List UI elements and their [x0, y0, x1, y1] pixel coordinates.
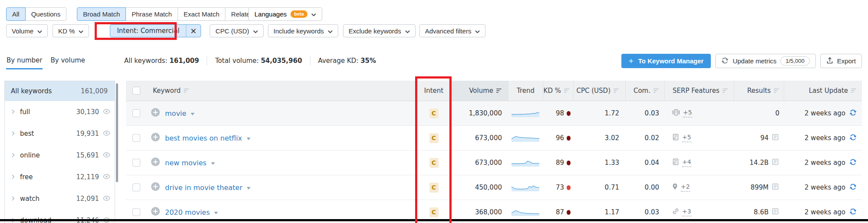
filter-dropdown-exclude-keywords[interactable]: Exclude keywords — [343, 24, 416, 37]
intent-cell: C — [416, 101, 452, 125]
serp-snapshot-icon[interactable] — [771, 207, 779, 217]
expand-keyword-button[interactable] — [151, 157, 160, 168]
tab-all[interactable]: All — [6, 7, 26, 21]
results-cell: 0 — [734, 101, 784, 125]
expand-keyword-button[interactable] — [151, 133, 160, 143]
keyword-dropdown-icon[interactable] — [214, 208, 218, 216]
toolbar-actions: + To Keyword Manager Update metrics 1/5,… — [621, 54, 862, 68]
serp-features-more-link[interactable]: +3 — [682, 208, 691, 216]
serp-snapshot-icon[interactable] — [771, 158, 779, 167]
keyword-dropdown-icon[interactable] — [247, 134, 251, 142]
expand-keyword-button[interactable] — [151, 182, 160, 193]
filter-dropdown-include-keywords[interactable]: Include keywords — [268, 24, 338, 37]
refresh-metrics-icon[interactable] — [849, 134, 857, 143]
results-value: 899M — [750, 184, 769, 191]
tab-questions[interactable]: Questions — [25, 7, 67, 21]
eye-icon[interactable] — [103, 195, 110, 203]
chevron-right-icon — [12, 173, 15, 181]
keyword-link[interactable]: 2020 movies — [165, 208, 210, 216]
filter-dropdown-volume[interactable]: Volume — [6, 24, 48, 37]
eye-icon[interactable] — [103, 108, 110, 116]
column-header-results[interactable]: Results — [734, 81, 784, 101]
refresh-metrics-icon[interactable] — [849, 183, 857, 192]
filter-dropdown-advanced-filters[interactable]: Advanced filters — [419, 24, 486, 37]
tab-phrase-match[interactable]: Phrase Match — [125, 7, 178, 21]
trend-cell — [508, 175, 543, 200]
tab-broad-match[interactable]: Broad Match — [77, 7, 126, 21]
last-update-cell: 2 weeks ago — [784, 175, 862, 200]
select-all-checkbox[interactable] — [132, 87, 140, 95]
sidebar-item-best[interactable]: best19,931 — [5, 123, 115, 144]
chevron-down-icon — [253, 27, 258, 35]
keyword-link[interactable]: movie — [165, 109, 186, 118]
filter-dropdown-cpc-usd[interactable]: CPC (USD) — [210, 24, 264, 37]
kd-cell: 96 — [543, 126, 573, 150]
com-value: 0.03 — [645, 208, 659, 216]
sidebar-item-watch[interactable]: watch12,091 — [5, 188, 115, 210]
column-header-serp-features[interactable]: SERP Features — [664, 81, 734, 101]
column-header-last-update[interactable]: Last Update — [784, 81, 862, 101]
keyword-dropdown-icon[interactable] — [191, 109, 195, 117]
sidebar-item-full[interactable]: full30,130 — [5, 101, 115, 123]
column-header-cpc-usd[interactable]: CPC (USD) — [573, 81, 625, 101]
column-header-label: KD % — [544, 87, 561, 95]
serp-features-more-link[interactable]: +4 — [682, 158, 691, 167]
languages-dropdown[interactable]: Languages beta — [248, 7, 322, 21]
keyword-link[interactable]: drive in movie theater — [165, 184, 242, 192]
intent-badge-commercial: C — [429, 133, 439, 143]
column-header-com[interactable]: Com. — [625, 81, 664, 101]
beta-badge: beta — [290, 10, 307, 18]
eye-icon[interactable] — [103, 130, 110, 138]
keyword-dropdown-icon[interactable] — [247, 184, 251, 191]
expand-keyword-button[interactable] — [151, 207, 160, 217]
export-button[interactable]: Export — [820, 54, 862, 68]
filter-chip-intent-commercial[interactable]: Intent: Commercial — [110, 24, 201, 37]
filter-dropdown-kd[interactable]: KD % — [53, 24, 89, 37]
keyword-link[interactable]: new movies — [165, 159, 207, 167]
tab-exact-match[interactable]: Exact Match — [178, 7, 226, 21]
sidebar-item-free[interactable]: free12,119 — [5, 166, 115, 188]
refresh-metrics-icon[interactable] — [849, 158, 857, 167]
eye-icon[interactable] — [103, 173, 110, 181]
serp-features-more-link[interactable]: +5 — [682, 134, 691, 142]
serp-snapshot-icon[interactable] — [771, 133, 779, 143]
serp-snapshot-icon[interactable] — [771, 183, 779, 192]
column-header-volume[interactable]: Volume — [452, 81, 508, 101]
chevron-down-icon — [79, 27, 83, 35]
column-header-label: Com. — [634, 87, 650, 95]
sidebar-all-keywords[interactable]: All keywords 161,009 — [5, 81, 115, 101]
kd-cell: 73 — [543, 175, 573, 200]
refresh-metrics-icon[interactable] — [849, 109, 857, 118]
row-checkbox[interactable] — [132, 134, 140, 142]
column-header-intent[interactable]: Intent — [416, 81, 452, 101]
serp-features-more-link[interactable]: +2 — [681, 183, 690, 192]
column-header-keyword[interactable]: Keyword — [147, 81, 416, 101]
row-checkbox[interactable] — [132, 208, 140, 216]
view-tab-by-number[interactable]: By number — [6, 52, 43, 69]
sidebar-scrollbar[interactable] — [116, 83, 118, 182]
row-checkbox[interactable] — [132, 184, 140, 191]
keyword-dropdown-icon[interactable] — [211, 159, 215, 167]
expand-keyword-button[interactable] — [151, 108, 160, 118]
eye-icon[interactable] — [103, 151, 110, 159]
last-update-value: 2 weeks ago — [805, 184, 845, 191]
row-checkbox[interactable] — [132, 159, 140, 167]
row-checkbox[interactable] — [132, 109, 140, 117]
sort-icon — [496, 87, 502, 95]
sidebar-item-online[interactable]: online15,691 — [5, 144, 115, 166]
refresh-metrics-icon[interactable] — [849, 208, 857, 217]
serp-features-more-link[interactable]: +5 — [683, 109, 692, 118]
sort-icon — [723, 87, 728, 95]
column-header-kd[interactable]: KD % — [543, 81, 573, 101]
stat-value: 35% — [360, 57, 376, 65]
intent-cell: C — [416, 175, 452, 200]
keyword-link[interactable]: best movies on netflix — [165, 134, 242, 142]
trend-sparkline — [512, 157, 539, 168]
update-metrics-button[interactable]: Update metrics 1/5,000 — [715, 54, 815, 68]
kd-value: 98 — [556, 109, 564, 117]
to-keyword-manager-button[interactable]: + To Keyword Manager — [621, 54, 711, 68]
com-cell: 0.04 — [625, 151, 664, 175]
remove-filter-button[interactable] — [186, 25, 201, 37]
view-tab-by-volume[interactable]: By volume — [50, 52, 86, 69]
column-header-trend[interactable]: Trend — [508, 81, 543, 101]
